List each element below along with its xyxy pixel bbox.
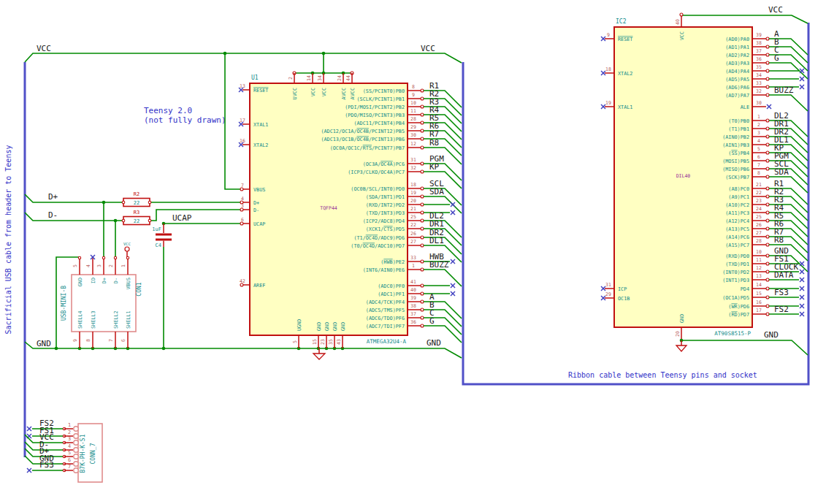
- pin-name: VBUS: [126, 278, 131, 289]
- pin-end-circle: [766, 151, 769, 154]
- pin-name: XTAL1: [618, 104, 632, 110]
- ic-ic2[interactable]: IC2AT90S8515-PDIL40RESET9XTAL218XTAL119I…: [601, 15, 808, 340]
- wire[interactable]: [681, 340, 808, 355]
- pin-end-circle: [766, 313, 769, 316]
- pin-end-circle: [240, 208, 243, 211]
- pin-number: 5: [68, 450, 71, 456]
- pin-end-circle: [766, 69, 769, 72]
- pin-end-circle: [421, 137, 424, 140]
- pin-end-circle: [766, 37, 769, 40]
- pin-name: VCC: [310, 88, 316, 96]
- pin-number: 7: [108, 339, 114, 342]
- pin-end-circle: [766, 211, 769, 214]
- pin-number: 3: [241, 203, 244, 209]
- pin-name: (AD0)PA0: [725, 37, 749, 42]
- pin-number: 7: [757, 162, 760, 168]
- wire[interactable]: [25, 213, 123, 221]
- connector-conn7[interactable]: FS21FS12VCC3D-4D+5GND6FS37B7K-PH-K-S1CON…: [25, 419, 102, 482]
- capacitor-c4[interactable]: 1uFC4: [152, 222, 241, 348]
- connector-con1[interactable]: 5GND4ID3D+2D-1VBUSVCC9SHELL48SHELL37SHEL…: [61, 242, 142, 348]
- pin-name: SHELL1: [126, 310, 131, 329]
- net-label: SDA: [429, 187, 444, 196]
- ic-value: ATMEGA32U4-A: [367, 338, 407, 345]
- wire[interactable]: [225, 53, 241, 189]
- pin-number: 9: [412, 92, 415, 98]
- pin-number: 2: [288, 77, 294, 80]
- schematic-canvas[interactable]: VCC VCC D+ D- UCAP GND GND VCC GND Teens…: [0, 0, 826, 504]
- pin-end-circle: [766, 219, 769, 222]
- pin-number: 30: [756, 100, 762, 106]
- pin-name: (ICP2/ADC8)PD4: [363, 218, 405, 224]
- vcc-symbol: [125, 247, 129, 251]
- pin-number: 14: [756, 282, 762, 288]
- pin-number: 29: [605, 291, 611, 297]
- resistor-r2[interactable]: R222: [122, 191, 151, 207]
- pin-name: (PDO/MISO/PCINT3)PB3: [345, 112, 405, 118]
- pin-end-circle: [766, 235, 769, 238]
- ic-footprint: DIL40: [676, 173, 691, 179]
- pin-number: 10: [410, 100, 416, 106]
- cap-plate: [156, 239, 172, 241]
- pin-name: (A14)PC6: [725, 234, 749, 240]
- pin-number: 11: [756, 257, 762, 263]
- wire[interactable]: [25, 194, 123, 202]
- pin-number: 24: [337, 75, 343, 81]
- wire[interactable]: [150, 210, 241, 221]
- junction-dot: [114, 219, 118, 223]
- pin-name: (AD4)PA4: [725, 69, 749, 75]
- pin-end-circle: [421, 292, 424, 295]
- pin-end-circle: [766, 61, 769, 64]
- schematic-sheet[interactable]: VCC VCC D+ D- UCAP GND GND VCC GND Teens…: [0, 0, 826, 504]
- net-label: DATA: [774, 270, 794, 280]
- pin-name: (A12)PC4: [725, 218, 749, 224]
- net-label-vcc-left: VCC: [37, 44, 51, 53]
- pin-number: 18: [410, 182, 416, 188]
- pin-number: 9: [72, 339, 78, 342]
- wire[interactable]: [25, 53, 462, 63]
- pin-end-circle: [421, 146, 424, 149]
- pin-name: (INT0)PD2: [722, 270, 749, 275]
- pin-number: 25: [410, 214, 416, 220]
- net-label: FS3: [39, 460, 54, 470]
- pin-end-circle: [421, 316, 424, 319]
- pin-number: 15: [312, 339, 318, 345]
- net-label-dminus: D-: [48, 210, 58, 220]
- pin-socket-circle: [74, 454, 78, 459]
- pin-number: 44: [345, 75, 351, 81]
- pin-end-circle: [421, 97, 424, 100]
- pin-end-circle: [421, 284, 424, 287]
- pin-end-circle: [766, 167, 769, 170]
- pin-end-circle: [421, 187, 424, 190]
- pin-number: 36: [756, 56, 762, 62]
- cap-plate: [156, 234, 172, 236]
- pin-name: ICP: [618, 286, 627, 292]
- net-label: R8: [429, 138, 439, 148]
- pin-number: 14: [306, 75, 312, 81]
- pin-number: 25: [756, 214, 762, 220]
- pin-end-circle: [766, 119, 769, 122]
- pin-end-circle: [766, 175, 769, 178]
- pin-name: UGND: [297, 319, 302, 331]
- pin-end-circle: [421, 260, 424, 263]
- pin-number: 19: [410, 190, 416, 196]
- wire[interactable]: [424, 270, 462, 286]
- annotation-sacrificial-vertical: Sacrificial USB cable from header to Tee…: [4, 145, 12, 335]
- ic-value: AT90S8515-P: [714, 330, 751, 337]
- pin-number: 6: [241, 217, 244, 223]
- pin-name: (T0)PB0: [728, 118, 749, 124]
- ic-u1[interactable]: U1ATMEGA32U4-ATQFP44RESET13XTAL117XTAL21…: [239, 73, 462, 348]
- pin-name: GND: [679, 314, 685, 323]
- annotation-teensy-line1: Teensy 2.0: [144, 106, 192, 115]
- pin-number: 41: [410, 279, 416, 285]
- wire[interactable]: [683, 15, 808, 23]
- pin-end-circle: [766, 143, 769, 146]
- pin-name: (SS/PCINT0)PB0: [363, 88, 405, 94]
- wire[interactable]: [769, 95, 808, 111]
- pin-number: 31: [605, 282, 611, 288]
- pin-name: (A13)PC5: [725, 226, 749, 232]
- pin-number: 37: [410, 311, 416, 317]
- pin-number: 24: [756, 206, 762, 212]
- resistor-r3[interactable]: R322: [122, 210, 151, 225]
- pin-number: 9: [607, 32, 610, 38]
- pin-number: 2: [68, 429, 71, 435]
